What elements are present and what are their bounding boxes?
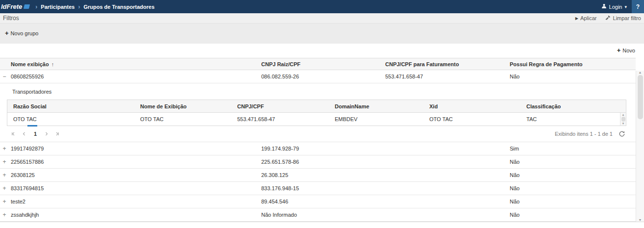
table-row[interactable]: − 08608255926 086.082.559-26 553.471.658… <box>0 70 636 83</box>
cell-cnpj-faturamento: 553.471.658-47 <box>383 74 508 79</box>
cell-cnpj-raiz: 89.454.546 <box>259 199 383 204</box>
cell-nome-exibicao: zssahdkjhjh <box>9 212 259 218</box>
new-group-button[interactable]: + Novo grupo <box>5 30 38 36</box>
cell-possui-regra: Não <box>508 185 636 191</box>
cell-cnpj-raiz: 26.308.125 <box>259 172 383 178</box>
apply-filter-button[interactable]: ▶ Aplicar <box>575 15 597 21</box>
scrollbar-thumb[interactable] <box>621 117 625 122</box>
subcell-nome-exibicao: OTO TAC <box>134 116 231 122</box>
subcolumn-domainname[interactable]: DomainName <box>329 103 423 109</box>
pager-first-button[interactable] <box>8 128 19 139</box>
plus-icon: + <box>5 30 9 36</box>
pager-prev-button[interactable] <box>19 128 29 139</box>
main-scrollbar[interactable]: ▲ ▼ <box>636 71 644 222</box>
help-button[interactable]: ? <box>632 0 644 13</box>
grid-header-row: Nome exibição ↑ CNPJ Raiz/CPF CNPJ/CPF p… <box>0 58 636 70</box>
app-logo[interactable]: ldFrete <box>0 3 29 10</box>
expand-row-icon[interactable]: + <box>1 158 8 165</box>
scroll-down-icon[interactable]: ▼ <box>622 122 625 125</box>
grid-content: Nome exibição ↑ CNPJ Raiz/CPF CNPJ/CPF p… <box>0 58 636 222</box>
table-row[interactable]: + 22565157886 225.651.578-86 Não <box>0 155 636 169</box>
subcell-razao-social: OTO TAC <box>7 116 134 122</box>
pager-next-button[interactable] <box>41 128 52 139</box>
table-row[interactable]: + 26308125 26.308.125 Não <box>0 169 636 182</box>
scroll-down-icon[interactable]: ▼ <box>639 218 642 222</box>
refresh-icon[interactable] <box>619 130 625 137</box>
pager-page-1[interactable]: 1 <box>29 131 41 137</box>
chevron-right-icon: › <box>78 4 80 10</box>
subgrid-row[interactable]: OTO TAC OTO TAC 553.471.658-47 EMBDEV OT… <box>7 113 626 126</box>
topbar-right: Login ▾ ? <box>596 0 644 13</box>
column-header-possui-regra[interactable]: Possui Regra de Pagamento <box>508 61 636 67</box>
pager-last-button[interactable] <box>52 128 63 139</box>
subcell-classificacao: TAC <box>520 116 626 122</box>
chevron-right-icon: › <box>35 4 37 10</box>
clear-label: Limpar filtro <box>613 15 641 21</box>
scrollbar-thumb[interactable] <box>638 75 643 119</box>
selected-page-indicator <box>27 125 37 127</box>
login-label: Login <box>609 4 622 10</box>
table-row[interactable]: + teste2 89.454.546 Não <box>0 195 636 208</box>
subgrid-pager: 1 Exibindo itens 1 - 1 de 1 <box>7 127 626 140</box>
cell-nome-exibicao: 08608255926 <box>9 74 259 79</box>
cell-cnpj-raiz: 086.082.559-26 <box>259 74 383 79</box>
column-header-cnpj-raiz[interactable]: CNPJ Raiz/CPF <box>259 61 383 67</box>
broom-icon <box>605 15 611 22</box>
flag-icon <box>24 4 30 9</box>
cell-nome-exibicao: 83317694815 <box>9 185 259 191</box>
table-row[interactable]: + 19917492879 199.174.928-79 Sim <box>0 142 636 155</box>
new-label: Novo <box>622 48 635 53</box>
column-label: Nome exibição <box>11 61 49 67</box>
subgrid-scrollbar[interactable]: ▲ ▼ <box>620 113 626 126</box>
subcolumn-nome-exibicao[interactable]: Nome de Exibição <box>134 103 231 109</box>
cell-possui-regra: Não <box>508 172 636 178</box>
cell-possui-regra: Não <box>508 199 636 204</box>
filters-bar: Filtros ▶ Aplicar Limpar filtro <box>0 13 644 24</box>
breadcrumb-participantes[interactable]: Participantes <box>41 4 74 10</box>
breadcrumb-grupos-de-transportadores[interactable]: Grupos de Transportadores <box>83 4 154 10</box>
cell-possui-regra: Não <box>508 159 636 165</box>
subcell-domainname: EMBDEV <box>329 116 423 122</box>
sort-asc-icon: ↑ <box>51 61 54 67</box>
detail-title: Transportadores <box>12 89 626 95</box>
cell-possui-regra: Não <box>508 74 636 79</box>
scroll-up-icon[interactable]: ▲ <box>622 113 625 116</box>
table-row[interactable]: + 83317694815 833.176.948-15 Não <box>0 182 636 195</box>
chevron-down-icon: ▾ <box>624 4 627 9</box>
subcolumn-cnpj-cpf[interactable]: CNPJ/CPF <box>231 103 329 109</box>
grid-toolbar: + Novo <box>0 44 644 58</box>
plus-icon: + <box>617 47 621 53</box>
expand-row-icon[interactable]: + <box>1 185 8 192</box>
groups-grid: Nome exibição ↑ CNPJ Raiz/CPF CNPJ/CPF p… <box>0 58 644 222</box>
column-header-nome-exibicao[interactable]: Nome exibição ↑ <box>9 61 259 67</box>
subcolumn-xid[interactable]: Xid <box>423 103 520 109</box>
new-group-label: Novo grupo <box>11 30 39 36</box>
user-icon <box>601 3 607 10</box>
column-header-cnpj-faturamento[interactable]: CNPJ/CPF para Faturamento <box>383 61 508 67</box>
scroll-up-icon[interactable]: ▲ <box>639 71 642 74</box>
new-button[interactable]: + Novo <box>617 47 635 53</box>
table-row[interactable]: + zssahdkjhjh Não Informado Não <box>0 208 636 222</box>
login-button[interactable]: Login ▾ <box>596 0 632 13</box>
expand-row-icon[interactable]: + <box>1 198 8 205</box>
expand-row-icon[interactable]: + <box>1 172 8 178</box>
breadcrumb: › Participantes › Grupos de Transportado… <box>35 4 154 10</box>
subgrid-header-row: Razão Social Nome de Exibição CNPJ/CPF D… <box>7 100 626 113</box>
expand-row-icon[interactable]: + <box>1 145 8 152</box>
cell-nome-exibicao: 22565157886 <box>9 159 259 165</box>
subcolumn-classificacao[interactable]: Classificação <box>520 103 626 109</box>
filters-actions: ▶ Aplicar Limpar filtro <box>575 15 641 22</box>
topbar: ldFrete › Participantes › Grupos de Tran… <box>0 0 644 13</box>
clear-filter-button[interactable]: Limpar filtro <box>605 15 641 22</box>
subcolumn-razao-social[interactable]: Razão Social <box>7 103 134 109</box>
collapse-row-icon[interactable]: − <box>1 73 8 80</box>
cell-cnpj-raiz: Não Informado <box>259 212 383 218</box>
detail-panel: Transportadores Razão Social Nome de Exi… <box>0 83 636 142</box>
cell-cnpj-raiz: 225.651.578-86 <box>259 159 383 165</box>
filters-panel: + Novo grupo <box>0 24 644 44</box>
subcell-xid: OTO TAC <box>423 116 520 122</box>
cell-cnpj-raiz: 833.176.948-15 <box>259 185 383 191</box>
filters-title: Filtros <box>3 15 19 22</box>
cell-nome-exibicao: 26308125 <box>9 172 259 178</box>
expand-row-icon[interactable]: + <box>1 211 8 218</box>
